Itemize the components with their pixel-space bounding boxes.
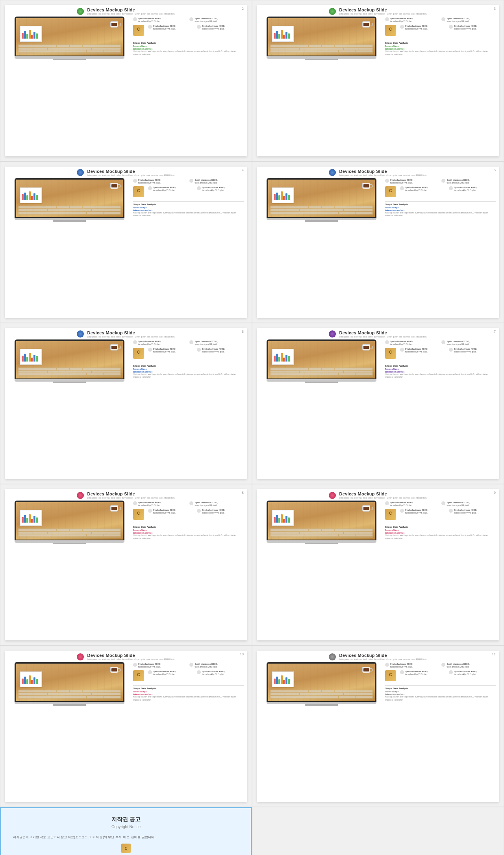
slide-wrapper-5: 6 Devices Mockup SlideLetterpress next l… [0,323,252,484]
empty-cell [252,807,504,855]
copyright-badge: C [121,844,131,853]
slide-6: 7 Devices Mockup SlideLetterpress next l… [257,328,499,479]
slide-10: 11 Devices Mockup SlideLetterpress next … [257,651,499,802]
slide-grid: 2 Devices Mockup Slide Letterpress next … [0,0,504,855]
slide-wrapper-9: 10 Devices Mockup SlideLetterpress next … [0,645,252,807]
slide-wrapper-8: 9 Devices Mockup SlideLetterpress next l… [252,484,504,645]
slide-9: 10 Devices Mockup SlideLetterpress next … [5,651,247,802]
slide-5: 6 Devices Mockup SlideLetterpress next l… [5,328,247,479]
slide-7: 8 Devices Mockup SlideLetterpress next l… [5,489,247,640]
slide-number-10: 11 [492,652,496,656]
slide-4: 5 Devices Mockup SlideLetterpress next l… [257,167,499,318]
slide-number-8: 9 [494,491,496,495]
slide-title-2: Devices Mockup Slide [339,7,427,12]
slide-8: 9 Devices Mockup SlideLetterpress next l… [257,489,499,640]
slide-number-5: 6 [242,330,244,334]
slide-3: 4 Devices Mockup Slide Letterpress next … [5,167,247,318]
copyright-title: 저작권 공고 [13,816,239,823]
slide-wrapper-2: 3 Devices Mockup Slide Letterpress next … [252,0,504,161]
slide-number-6: 7 [494,330,496,334]
copyright-section: 저작권 공고 Copyright Notice 저작권법에 의거한 각종 교안이… [0,807,252,855]
logo-icon-1 [77,8,84,15]
copyright-body: 저작권법에 의거한 각종 교안이나 참고 자료(소스코드, 이미지 등)의 무단… [13,835,239,855]
slide-title-1: Devices Mockup Slide [87,7,175,12]
copyright-subtitle: Copyright Notice [13,825,239,829]
left-area-1 [8,17,131,154]
slide-number-3: 4 [242,168,244,172]
slide-wrapper-4: 5 Devices Mockup SlideLetterpress next l… [252,161,504,323]
slide-wrapper-6: 7 Devices Mockup SlideLetterpress next l… [252,323,504,484]
link1-1: Process Steps [133,45,244,47]
right-area-1: Synth chartreuse XOXO,tacos brooklyn VHS… [133,17,244,154]
slide-number-9: 10 [240,652,244,656]
slide-2: 3 Devices Mockup Slide Letterpress next … [257,5,499,156]
slide-wrapper-7: 8 Devices Mockup SlideLetterpress next l… [0,484,252,645]
logo-icon-2 [329,8,336,15]
slide-1: 2 Devices Mockup Slide Letterpress next … [5,5,247,156]
slide-number-7: 8 [242,491,244,495]
desc-1: Hashtag fashion axe fingerstache everyda… [133,50,244,56]
slide-wrapper-10: 11 Devices Mockup SlideLetterpress next … [252,645,504,807]
slide-number-2: 3 [494,7,496,11]
slide-number-4: 5 [494,168,496,172]
slide-number-1: 2 [242,7,244,11]
slide-wrapper-1: 2 Devices Mockup Slide Letterpress next … [0,0,252,161]
copyright-para-1: 저작권법에 의거한 각종 교안이나 참고 자료(소스코드, 이미지 등)의 무단… [13,835,239,840]
section-title-1: Shops Data Analysis [133,42,244,44]
copyright-badge-area: C [13,842,239,855]
slide-wrapper-3: 4 Devices Mockup Slide Letterpress next … [0,161,252,323]
